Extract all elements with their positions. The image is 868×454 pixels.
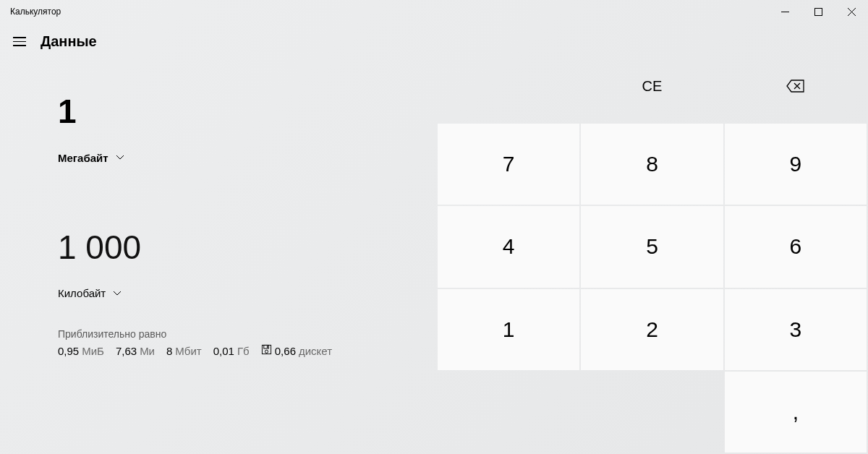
clear-entry-button[interactable]: CE [581,50,723,122]
minimize-button[interactable] [768,0,801,23]
backspace-button[interactable] [725,50,867,122]
calculator-window: Калькулятор Данные 1 Мегабайт [0,0,868,454]
header: Данные [0,23,868,50]
input-unit-label: Мегабайт [58,152,109,164]
menu-button[interactable] [13,35,27,49]
spacer [58,164,438,229]
svg-rect-0 [814,8,822,15]
minimize-icon [781,8,789,16]
approx-item: 0,01Гб [213,345,250,357]
close-button[interactable] [835,0,868,23]
keypad-spacer [438,50,579,122]
key-4[interactable]: 4 [438,206,579,287]
output-value[interactable]: 1 000 [58,229,438,266]
key-6[interactable]: 6 [725,206,867,287]
keypad-spacer [438,372,579,453]
key-3[interactable]: 3 [725,289,867,370]
key-8[interactable]: 8 [581,124,723,205]
output-unit-label: Килобайт [58,287,106,299]
window-title: Калькулятор [10,7,61,17]
keypad: CE 7 8 9 4 5 6 1 2 3 [438,50,868,454]
window-controls [768,0,868,23]
maximize-icon [814,8,822,16]
hamburger-icon [13,37,26,38]
mode-title: Данные [41,33,97,50]
floppy-icon [261,344,272,355]
chevron-down-icon [113,289,122,298]
approx-item: 0,95МиБ [58,345,104,357]
key-decimal[interactable]: , [725,372,867,453]
svg-rect-1 [262,346,271,354]
svg-rect-3 [267,346,268,348]
body: 1 Мегабайт 1 000 Килобайт Приблизительно… [0,50,868,454]
output-unit-selector[interactable]: Килобайт [58,287,438,299]
close-icon [848,8,856,16]
maximize-button[interactable] [801,0,835,23]
key-1[interactable]: 1 [438,289,579,370]
input-unit-selector[interactable]: Мегабайт [58,152,438,164]
backspace-icon [786,80,805,93]
chevron-down-icon [116,153,124,162]
keypad-spacer [581,372,723,453]
key-7[interactable]: 7 [438,124,579,205]
key-5[interactable]: 5 [581,206,723,287]
conversion-pane: 1 Мегабайт 1 000 Килобайт Приблизительно… [0,50,438,454]
approx-item: 0,66дискет [261,344,332,357]
approx-values: 0,95МиБ 7,63Ми 8Мбит 0,01Гб 0,66дискет [58,344,438,357]
svg-point-4 [265,350,268,353]
titlebar: Калькулятор [0,0,868,23]
input-value[interactable]: 1 [58,93,438,130]
key-9[interactable]: 9 [725,124,867,205]
approx-label: Приблизительно равно [58,328,438,340]
key-2[interactable]: 2 [581,289,723,370]
approx-item: 8Мбит [166,345,202,357]
approx-item: 7,63Ми [116,345,155,357]
